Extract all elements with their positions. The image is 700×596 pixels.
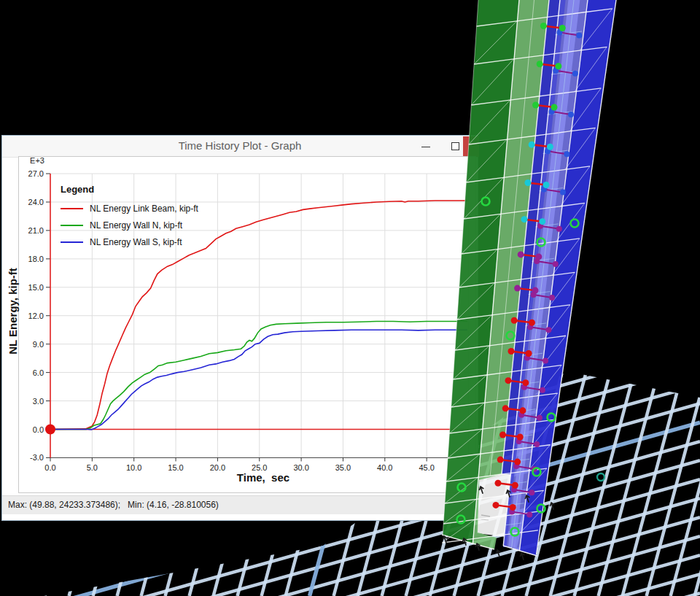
- svg-text:24.0: 24.0: [28, 198, 44, 206]
- svg-text:-3.0: -3.0: [30, 453, 44, 462]
- legend-title: Legend: [61, 184, 198, 195]
- link-beams: [493, 23, 583, 517]
- svg-text:18.0: 18.0: [28, 255, 44, 263]
- legend-item: NL Energy Link Beam, kip-ft: [61, 200, 198, 217]
- legend-item: NL Energy Wall S, kip-ft: [61, 233, 198, 250]
- svg-text:15.0: 15.0: [168, 463, 183, 472]
- svg-text:0.0: 0.0: [44, 463, 55, 472]
- legend-label: NL Energy Link Beam, kip-ft: [90, 204, 198, 214]
- legend-swatch-link-beam: [61, 208, 83, 209]
- svg-text:5.0: 5.0: [87, 463, 98, 472]
- legend-swatch-wall-s: [61, 241, 83, 243]
- chart-legend: Legend NL Energy Link Beam, kip-ft NL En…: [61, 184, 198, 250]
- legend-label: NL Energy Wall N, kip-ft: [90, 220, 182, 231]
- legend-label: NL Energy Wall S, kip-ft: [90, 237, 182, 247]
- svg-text:E+3: E+3: [30, 156, 44, 165]
- svg-text:40.0: 40.0: [377, 463, 392, 472]
- wall-base-opening: [477, 473, 511, 537]
- app-viewport: Time History Plot - Graph 0.05.010.015.0…: [0, 0, 700, 596]
- svg-text:0.0: 0.0: [33, 425, 44, 434]
- legend-item: NL Energy Wall N, kip-ft: [61, 217, 198, 233]
- svg-text:15.0: 15.0: [28, 283, 44, 292]
- x-axis-title: Time, sec: [190, 471, 336, 484]
- svg-text:35.0: 35.0: [335, 463, 351, 472]
- time-history-plot-window: Time History Plot - Graph 0.05.010.015.0…: [1, 135, 478, 521]
- legend-swatch-wall-n: [61, 225, 83, 226]
- plot-status-bar: Max: (49.88, 24233.373486); Min: (4.16, …: [2, 495, 478, 514]
- svg-text:6.0: 6.0: [33, 368, 44, 377]
- svg-text:12.0: 12.0: [28, 311, 44, 320]
- svg-text:45.0: 45.0: [419, 463, 434, 472]
- svg-text:21.0: 21.0: [28, 226, 44, 235]
- svg-text:27.0: 27.0: [28, 169, 44, 178]
- svg-text:9.0: 9.0: [33, 340, 44, 349]
- svg-text:10.0: 10.0: [126, 463, 141, 472]
- svg-text:3.0: 3.0: [33, 397, 44, 406]
- minmax-readout: Max: (49.88, 24233.373486); Min: (4.16, …: [8, 500, 219, 510]
- y-axis-title: NL Energy, kip-ft: [7, 239, 19, 384]
